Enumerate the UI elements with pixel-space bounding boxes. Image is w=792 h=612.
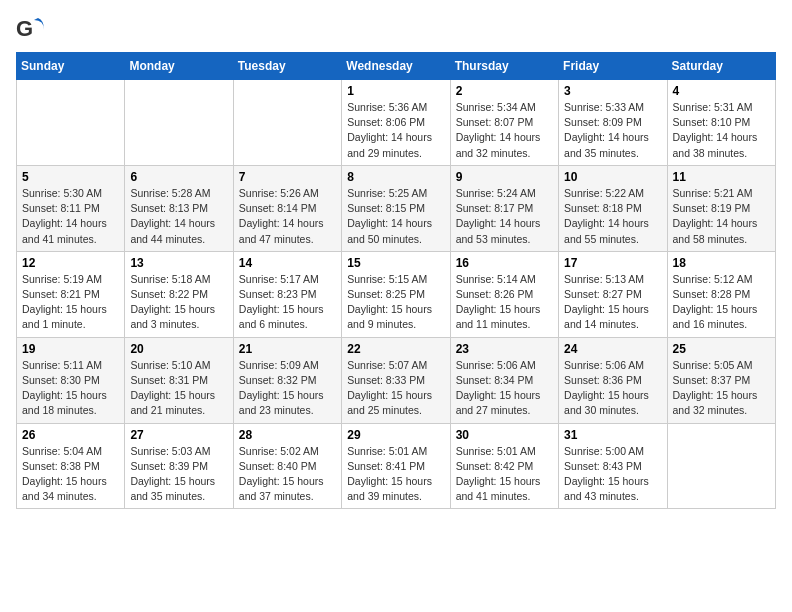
day-info: Sunrise: 5:33 AM Sunset: 8:09 PM Dayligh… xyxy=(564,100,661,161)
calendar-body: 1Sunrise: 5:36 AM Sunset: 8:06 PM Daylig… xyxy=(17,80,776,509)
svg-text:G: G xyxy=(16,16,33,41)
calendar-cell: 18Sunrise: 5:12 AM Sunset: 8:28 PM Dayli… xyxy=(667,251,775,337)
calendar-cell: 17Sunrise: 5:13 AM Sunset: 8:27 PM Dayli… xyxy=(559,251,667,337)
day-info: Sunrise: 5:07 AM Sunset: 8:33 PM Dayligh… xyxy=(347,358,444,419)
weekday-header: Wednesday xyxy=(342,53,450,80)
calendar-cell: 23Sunrise: 5:06 AM Sunset: 8:34 PM Dayli… xyxy=(450,337,558,423)
calendar-cell: 26Sunrise: 5:04 AM Sunset: 8:38 PM Dayli… xyxy=(17,423,125,509)
calendar-cell: 21Sunrise: 5:09 AM Sunset: 8:32 PM Dayli… xyxy=(233,337,341,423)
day-info: Sunrise: 5:19 AM Sunset: 8:21 PM Dayligh… xyxy=(22,272,119,333)
calendar-cell xyxy=(233,80,341,166)
day-info: Sunrise: 5:06 AM Sunset: 8:36 PM Dayligh… xyxy=(564,358,661,419)
day-info: Sunrise: 5:14 AM Sunset: 8:26 PM Dayligh… xyxy=(456,272,553,333)
calendar-cell: 9Sunrise: 5:24 AM Sunset: 8:17 PM Daylig… xyxy=(450,165,558,251)
calendar-cell: 7Sunrise: 5:26 AM Sunset: 8:14 PM Daylig… xyxy=(233,165,341,251)
day-info: Sunrise: 5:13 AM Sunset: 8:27 PM Dayligh… xyxy=(564,272,661,333)
day-info: Sunrise: 5:10 AM Sunset: 8:31 PM Dayligh… xyxy=(130,358,227,419)
calendar-cell: 10Sunrise: 5:22 AM Sunset: 8:18 PM Dayli… xyxy=(559,165,667,251)
day-number: 22 xyxy=(347,342,444,356)
day-info: Sunrise: 5:01 AM Sunset: 8:41 PM Dayligh… xyxy=(347,444,444,505)
weekday-header: Friday xyxy=(559,53,667,80)
day-number: 31 xyxy=(564,428,661,442)
day-info: Sunrise: 5:06 AM Sunset: 8:34 PM Dayligh… xyxy=(456,358,553,419)
calendar-week-row: 26Sunrise: 5:04 AM Sunset: 8:38 PM Dayli… xyxy=(17,423,776,509)
day-number: 7 xyxy=(239,170,336,184)
day-number: 14 xyxy=(239,256,336,270)
day-number: 27 xyxy=(130,428,227,442)
day-info: Sunrise: 5:22 AM Sunset: 8:18 PM Dayligh… xyxy=(564,186,661,247)
day-info: Sunrise: 5:24 AM Sunset: 8:17 PM Dayligh… xyxy=(456,186,553,247)
day-number: 26 xyxy=(22,428,119,442)
calendar-cell xyxy=(125,80,233,166)
day-info: Sunrise: 5:26 AM Sunset: 8:14 PM Dayligh… xyxy=(239,186,336,247)
calendar-week-row: 12Sunrise: 5:19 AM Sunset: 8:21 PM Dayli… xyxy=(17,251,776,337)
calendar-cell: 31Sunrise: 5:00 AM Sunset: 8:43 PM Dayli… xyxy=(559,423,667,509)
logo-icon: G xyxy=(16,16,44,44)
day-info: Sunrise: 5:36 AM Sunset: 8:06 PM Dayligh… xyxy=(347,100,444,161)
day-number: 12 xyxy=(22,256,119,270)
calendar-cell: 20Sunrise: 5:10 AM Sunset: 8:31 PM Dayli… xyxy=(125,337,233,423)
day-info: Sunrise: 5:25 AM Sunset: 8:15 PM Dayligh… xyxy=(347,186,444,247)
calendar-cell: 14Sunrise: 5:17 AM Sunset: 8:23 PM Dayli… xyxy=(233,251,341,337)
weekday-header: Sunday xyxy=(17,53,125,80)
day-number: 18 xyxy=(673,256,770,270)
day-info: Sunrise: 5:17 AM Sunset: 8:23 PM Dayligh… xyxy=(239,272,336,333)
calendar-cell: 16Sunrise: 5:14 AM Sunset: 8:26 PM Dayli… xyxy=(450,251,558,337)
day-number: 24 xyxy=(564,342,661,356)
calendar-header: SundayMondayTuesdayWednesdayThursdayFrid… xyxy=(17,53,776,80)
day-info: Sunrise: 5:21 AM Sunset: 8:19 PM Dayligh… xyxy=(673,186,770,247)
calendar-cell: 13Sunrise: 5:18 AM Sunset: 8:22 PM Dayli… xyxy=(125,251,233,337)
calendar-cell: 4Sunrise: 5:31 AM Sunset: 8:10 PM Daylig… xyxy=(667,80,775,166)
calendar-cell: 29Sunrise: 5:01 AM Sunset: 8:41 PM Dayli… xyxy=(342,423,450,509)
day-info: Sunrise: 5:03 AM Sunset: 8:39 PM Dayligh… xyxy=(130,444,227,505)
calendar-table: SundayMondayTuesdayWednesdayThursdayFrid… xyxy=(16,52,776,509)
calendar-cell: 5Sunrise: 5:30 AM Sunset: 8:11 PM Daylig… xyxy=(17,165,125,251)
day-info: Sunrise: 5:01 AM Sunset: 8:42 PM Dayligh… xyxy=(456,444,553,505)
day-info: Sunrise: 5:31 AM Sunset: 8:10 PM Dayligh… xyxy=(673,100,770,161)
day-number: 3 xyxy=(564,84,661,98)
calendar-week-row: 5Sunrise: 5:30 AM Sunset: 8:11 PM Daylig… xyxy=(17,165,776,251)
calendar-cell: 11Sunrise: 5:21 AM Sunset: 8:19 PM Dayli… xyxy=(667,165,775,251)
day-info: Sunrise: 5:18 AM Sunset: 8:22 PM Dayligh… xyxy=(130,272,227,333)
logo: G xyxy=(16,16,48,44)
day-number: 23 xyxy=(456,342,553,356)
calendar-cell xyxy=(667,423,775,509)
calendar-cell: 27Sunrise: 5:03 AM Sunset: 8:39 PM Dayli… xyxy=(125,423,233,509)
day-info: Sunrise: 5:05 AM Sunset: 8:37 PM Dayligh… xyxy=(673,358,770,419)
day-number: 28 xyxy=(239,428,336,442)
day-number: 1 xyxy=(347,84,444,98)
day-number: 30 xyxy=(456,428,553,442)
calendar-cell: 19Sunrise: 5:11 AM Sunset: 8:30 PM Dayli… xyxy=(17,337,125,423)
calendar-cell: 8Sunrise: 5:25 AM Sunset: 8:15 PM Daylig… xyxy=(342,165,450,251)
day-number: 4 xyxy=(673,84,770,98)
day-info: Sunrise: 5:30 AM Sunset: 8:11 PM Dayligh… xyxy=(22,186,119,247)
day-info: Sunrise: 5:34 AM Sunset: 8:07 PM Dayligh… xyxy=(456,100,553,161)
day-number: 29 xyxy=(347,428,444,442)
weekday-header: Tuesday xyxy=(233,53,341,80)
weekday-header: Saturday xyxy=(667,53,775,80)
calendar-cell: 24Sunrise: 5:06 AM Sunset: 8:36 PM Dayli… xyxy=(559,337,667,423)
day-info: Sunrise: 5:15 AM Sunset: 8:25 PM Dayligh… xyxy=(347,272,444,333)
calendar-cell: 28Sunrise: 5:02 AM Sunset: 8:40 PM Dayli… xyxy=(233,423,341,509)
calendar-cell: 2Sunrise: 5:34 AM Sunset: 8:07 PM Daylig… xyxy=(450,80,558,166)
day-number: 15 xyxy=(347,256,444,270)
page-header: G xyxy=(16,16,776,44)
day-info: Sunrise: 5:12 AM Sunset: 8:28 PM Dayligh… xyxy=(673,272,770,333)
day-info: Sunrise: 5:11 AM Sunset: 8:30 PM Dayligh… xyxy=(22,358,119,419)
calendar-cell: 6Sunrise: 5:28 AM Sunset: 8:13 PM Daylig… xyxy=(125,165,233,251)
day-number: 8 xyxy=(347,170,444,184)
day-info: Sunrise: 5:00 AM Sunset: 8:43 PM Dayligh… xyxy=(564,444,661,505)
day-info: Sunrise: 5:04 AM Sunset: 8:38 PM Dayligh… xyxy=(22,444,119,505)
calendar-cell: 12Sunrise: 5:19 AM Sunset: 8:21 PM Dayli… xyxy=(17,251,125,337)
day-number: 25 xyxy=(673,342,770,356)
day-info: Sunrise: 5:28 AM Sunset: 8:13 PM Dayligh… xyxy=(130,186,227,247)
day-number: 16 xyxy=(456,256,553,270)
day-number: 6 xyxy=(130,170,227,184)
calendar-cell xyxy=(17,80,125,166)
day-number: 20 xyxy=(130,342,227,356)
calendar-week-row: 19Sunrise: 5:11 AM Sunset: 8:30 PM Dayli… xyxy=(17,337,776,423)
day-number: 19 xyxy=(22,342,119,356)
day-number: 10 xyxy=(564,170,661,184)
day-number: 5 xyxy=(22,170,119,184)
day-number: 17 xyxy=(564,256,661,270)
